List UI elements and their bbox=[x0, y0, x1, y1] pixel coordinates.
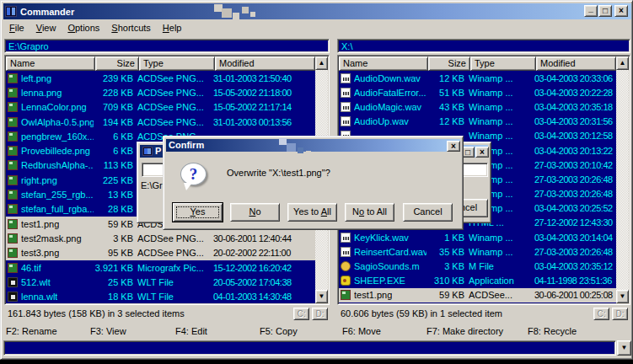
maximize-button[interactable]: □ bbox=[598, 5, 612, 17]
column-header-size[interactable]: Size bbox=[95, 56, 139, 71]
file-row[interactable]: SHEEP.EXE310 KBApplication04-11-1998 23:… bbox=[339, 274, 616, 288]
yes-button[interactable]: Yes bbox=[173, 203, 223, 222]
file-row[interactable]: AudioFatalError....51 KBWinamp ...03-04-… bbox=[339, 85, 616, 99]
file-size: 3.921 KB bbox=[94, 263, 137, 273]
file-size: 6 KB bbox=[94, 146, 137, 156]
scroll-down-icon[interactable]: ▼ bbox=[616, 290, 629, 303]
file-row[interactable]: ReinsertCard.wav35 KBWinamp ...27-03-200… bbox=[339, 244, 616, 259]
minimize-icon: _ bbox=[588, 3, 593, 13]
file-modified: 03-04-2003 20:14:04 bbox=[534, 233, 616, 243]
fkey-recycle[interactable]: F8: Recycle bbox=[528, 326, 577, 336]
file-row[interactable]: test2mask.png3 KBACDSee PNG...30-06-2001… bbox=[6, 231, 315, 245]
menu-file[interactable]: File bbox=[3, 21, 30, 35]
file-modified: 15-05-2002 21:18:00 bbox=[213, 88, 315, 98]
file-type-icon bbox=[8, 204, 18, 214]
scroll-down-icon[interactable]: ▼ bbox=[315, 290, 328, 303]
drive-c-button[interactable]: C: bbox=[593, 308, 609, 320]
confirm-message: Overwrite "X:\test1.png"? bbox=[227, 168, 330, 178]
file-row[interactable]: AudioUp.wav12 KBWinamp ...03-04-2003 20:… bbox=[339, 115, 616, 129]
drive-d-button[interactable]: D: bbox=[312, 308, 328, 320]
close-button[interactable]: × bbox=[614, 5, 628, 17]
no-to-all-button[interactable]: No to All bbox=[345, 203, 394, 222]
confirm-dialog-title-bar[interactable]: Confirm bbox=[166, 139, 460, 152]
file-type: ACDSee PNG... bbox=[137, 117, 213, 127]
file-type: Winamp ... bbox=[469, 233, 534, 243]
column-header-type[interactable]: Type bbox=[470, 56, 536, 71]
file-modified: 27-03-2003 20:26:48 bbox=[534, 247, 616, 257]
file-row[interactable]: WIN98.EXE5 KBApplication09-07-1999 16:22… bbox=[339, 302, 616, 303]
menu-shortcuts[interactable]: Shortcuts bbox=[105, 21, 156, 35]
file-row[interactable]: AudioDown.wav12 KBWinamp ...03-04-2003 2… bbox=[339, 71, 616, 85]
command-history-button[interactable]: ▼ bbox=[617, 340, 631, 356]
menu-help[interactable]: Help bbox=[157, 21, 188, 35]
title-bar[interactable]: Commander bbox=[3, 3, 631, 19]
yes-to-all-button[interactable]: Yes to All bbox=[287, 203, 337, 222]
column-header-modified[interactable]: Modified bbox=[215, 56, 315, 71]
file-size: 25 KB bbox=[94, 277, 137, 287]
close-icon: × bbox=[451, 142, 456, 151]
file-type: Winamp ... bbox=[469, 102, 534, 112]
column-header-type[interactable]: Type bbox=[139, 56, 215, 71]
file-modified: 03-04-2003 20:13:22 bbox=[534, 146, 616, 156]
column-header-modified[interactable]: Modified bbox=[536, 56, 616, 71]
no-button[interactable]: No bbox=[230, 203, 280, 222]
file-modified: 03-04-2003 20:25:52 bbox=[534, 203, 616, 213]
column-header-size[interactable]: Size bbox=[428, 56, 470, 71]
scroll-up-icon[interactable]: ▲ bbox=[616, 56, 629, 70]
fkey-move[interactable]: F6: Move bbox=[342, 326, 381, 336]
fkey-rename[interactable]: F2: Rename bbox=[6, 326, 57, 336]
drive-c-button[interactable]: C: bbox=[293, 308, 309, 320]
render-artifact bbox=[242, 7, 249, 13]
fkey-mkdir[interactable]: F7: Make directory bbox=[426, 326, 503, 336]
cancel-button[interactable]: Cancel bbox=[403, 203, 453, 222]
file-type-icon bbox=[341, 73, 351, 83]
left-status-bar: 161.843 bytes (158 KB) in 3 selected ite… bbox=[4, 307, 330, 321]
file-row[interactable]: SagioSounds.m3 KBM File03-04-2003 20:35:… bbox=[339, 259, 616, 273]
drive-d-button[interactable]: D: bbox=[612, 308, 628, 320]
menu-view[interactable]: View bbox=[30, 21, 62, 35]
file-name: AudioFatalError.... bbox=[354, 88, 426, 98]
file-row[interactable]: left.png239 KBACDSee PNG...31-01-2003 21… bbox=[6, 71, 315, 85]
file-row[interactable]: 46.tif3.921 KBMicrografx Pic...15-12-200… bbox=[6, 260, 315, 275]
minimize-button[interactable]: _ bbox=[584, 5, 598, 17]
file-size: 12 KB bbox=[426, 116, 469, 126]
right-path-bar[interactable]: X:\ bbox=[337, 39, 630, 53]
file-size: 310 KB bbox=[426, 276, 469, 286]
close-button[interactable]: × bbox=[475, 147, 489, 158]
close-button[interactable]: × bbox=[447, 141, 460, 152]
file-row[interactable]: KeyKlick.wav1 KBWinamp ...03-04-2003 20:… bbox=[339, 230, 616, 244]
render-artifact bbox=[287, 143, 296, 152]
scroll-up-icon[interactable]: ▲ bbox=[315, 56, 328, 70]
file-size: 95 KB bbox=[94, 248, 137, 258]
file-name: stefan_255_rgb... bbox=[21, 190, 94, 200]
file-row[interactable]: LennaColor.png709 KBACDSee PNG...15-05-2… bbox=[6, 100, 315, 115]
file-row[interactable]: OwlAlpha-0.5.png194 KBACDSee PNG...31-01… bbox=[6, 115, 315, 129]
file-size: 1 KB bbox=[426, 233, 469, 243]
file-name: AudioMagic.wav bbox=[354, 102, 421, 112]
file-row[interactable]: lenna.wlt18 KBWLT File04-01-2003 14:30:4… bbox=[6, 289, 315, 303]
fkey-copy[interactable]: F5: Copy bbox=[260, 326, 298, 336]
fkey-view[interactable]: F3: View bbox=[90, 326, 126, 336]
menu-options[interactable]: Options bbox=[62, 21, 105, 35]
file-row[interactable]: AudioMagic.wav43 KBWinamp ...03-04-2003 … bbox=[339, 99, 616, 114]
file-row[interactable]: 512.wlt25 KBWLT File20-05-2002 17:04:38 bbox=[6, 275, 315, 289]
file-name: 512.wlt bbox=[21, 277, 51, 287]
file-type-icon bbox=[8, 88, 18, 98]
right-status-bar: 60.606 bytes (59 KB) in 1 selected item … bbox=[337, 307, 630, 321]
right-scrollbar[interactable]: ▲ ▼ bbox=[616, 56, 629, 303]
left-path-bar[interactable]: E:\Grapro bbox=[4, 39, 330, 53]
file-modified: 15-05-2002 21:17:14 bbox=[213, 102, 315, 112]
column-header-name[interactable]: Name bbox=[339, 56, 428, 71]
file-name: left.png bbox=[21, 73, 51, 83]
file-name: pengbrew_160x... bbox=[21, 131, 94, 142]
file-row[interactable]: lenna.png228 KBACDSee PNG...15-05-2002 2… bbox=[6, 85, 315, 99]
file-row[interactable]: test1.png59 KBACDSee...30-06-2001 00:25:… bbox=[339, 288, 616, 302]
file-type-icon bbox=[341, 247, 351, 257]
column-header-name[interactable]: Name bbox=[6, 56, 95, 71]
file-modified: 03-04-2003 20:12:58 bbox=[534, 131, 616, 141]
file-row[interactable]: test3.png95 KBACDSee PNG...20-02-2002 22… bbox=[6, 246, 315, 260]
fkey-edit[interactable]: F4: Edit bbox=[175, 326, 207, 336]
command-line[interactable] bbox=[3, 340, 616, 356]
file-name: SagioSounds.m bbox=[354, 261, 420, 271]
file-size: 709 KB bbox=[94, 102, 137, 112]
